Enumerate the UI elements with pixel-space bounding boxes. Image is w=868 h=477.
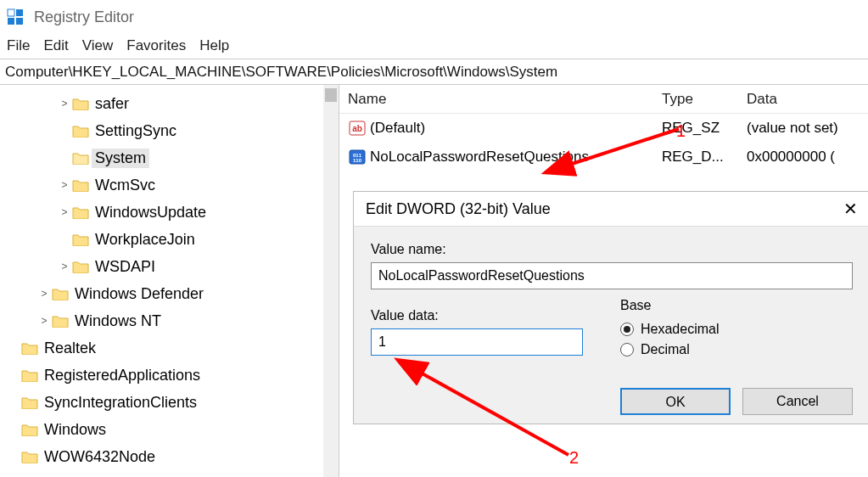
tree-label: Realtek — [44, 340, 96, 357]
tree-caret-icon[interactable]: > — [58, 179, 71, 191]
radio-dec[interactable]: Decimal — [620, 342, 841, 357]
col-type[interactable]: Type — [653, 85, 738, 113]
radio-hex-label: Hexadecimal — [641, 322, 719, 337]
tree-label: SettingSync — [95, 122, 176, 140]
tree-label: WSDAPI — [95, 258, 155, 276]
radio-hex-circle — [620, 323, 634, 336]
value-data-label: Value data: — [371, 308, 583, 323]
ok-button[interactable]: OK — [620, 388, 731, 415]
tree-label: RegisteredApplications — [44, 367, 200, 384]
tree-label: System — [92, 149, 149, 168]
value-name-field[interactable] — [371, 262, 853, 289]
svg-rect-1 — [16, 9, 23, 16]
tree-row[interactable]: SettingSync — [0, 117, 339, 144]
tree-panel[interactable]: > safer SettingSync System> WcmSvc> Wind… — [0, 85, 339, 477]
tree-caret-icon[interactable]: > — [37, 288, 51, 300]
menu-bar: File Edit View Favorites Help — [0, 34, 868, 59]
tree-label: SyncIntegrationClients — [44, 394, 197, 412]
folder-icon — [71, 259, 90, 274]
svg-rect-3 — [16, 18, 23, 25]
tree-label: Windows NT — [75, 312, 161, 330]
col-data[interactable]: Data — [738, 85, 868, 113]
folder-icon — [71, 96, 90, 111]
list-header: Name Type Data — [339, 85, 868, 114]
tree-row[interactable]: WorkplaceJoin — [0, 226, 339, 253]
list-row[interactable]: 011 110 NoLocalPasswordResetQuestionsREG… — [339, 143, 868, 171]
svg-text:110: 110 — [353, 158, 362, 163]
tree-label: Windows Defender — [75, 285, 204, 303]
tree-row[interactable]: Windows — [0, 416, 339, 443]
tree-row[interactable]: System — [0, 144, 339, 171]
folder-icon — [71, 232, 90, 247]
folder-icon — [71, 123, 90, 138]
value-type: REG_SZ — [653, 120, 738, 137]
title-bar: Registry Editor — [0, 0, 868, 34]
tree-row[interactable]: > Windows Defender — [0, 280, 339, 307]
folder-icon — [71, 177, 90, 193]
list-row[interactable]: ab (Default)REG_SZ(value not set) — [339, 114, 868, 143]
value-name: NoLocalPasswordResetQuestions — [370, 149, 589, 166]
dialog-title: Edit DWORD (32-bit) Value — [366, 200, 551, 218]
svg-rect-0 — [8, 9, 14, 16]
menu-favorites[interactable]: Favorites — [126, 37, 186, 53]
folder-icon — [20, 340, 39, 356]
tree-row[interactable]: > safer — [0, 90, 339, 117]
svg-text:ab: ab — [352, 124, 362, 133]
tree-label: WcmSvc — [95, 177, 155, 194]
folder-icon — [20, 368, 39, 383]
value-name: (Default) — [370, 120, 425, 137]
svg-rect-2 — [8, 18, 14, 25]
tree-caret-icon[interactable]: > — [58, 206, 71, 218]
tree-caret-icon[interactable]: > — [58, 98, 71, 109]
tree-row[interactable]: WOW6432Node — [0, 443, 339, 470]
tree-label: WindowsUpdate — [95, 204, 206, 222]
menu-edit[interactable]: Edit — [43, 37, 68, 53]
scroll-thumb[interactable] — [325, 88, 337, 102]
binary-value-icon: 011 110 — [348, 149, 367, 166]
tree-row[interactable]: > WcmSvc — [0, 171, 339, 199]
app-icon — [7, 8, 24, 25]
base-legend: Base — [617, 298, 654, 313]
close-icon[interactable]: ✕ — [843, 199, 858, 219]
tree-row[interactable]: > Windows NT — [0, 307, 339, 334]
folder-icon — [20, 395, 39, 410]
tree-scrollbar[interactable] — [323, 85, 339, 477]
dialog-body: Value name: Value data: Base Hexadecimal… — [354, 226, 868, 424]
tree-row[interactable]: SyncIntegrationClients — [0, 389, 339, 416]
dialog-titlebar: Edit DWORD (32-bit) Value ✕ — [354, 192, 868, 226]
folder-icon — [71, 150, 90, 166]
tree-label: Windows — [44, 421, 106, 439]
edit-dword-dialog: Edit DWORD (32-bit) Value ✕ Value name: … — [353, 191, 868, 424]
value-data: (value not set) — [738, 120, 868, 137]
folder-icon — [51, 286, 70, 301]
tree-row[interactable]: RegisteredApplications — [0, 362, 339, 389]
folder-icon — [71, 205, 90, 220]
cancel-button[interactable]: Cancel — [742, 388, 853, 415]
tree-row[interactable]: > WindowsUpdate — [0, 199, 339, 226]
radio-hex[interactable]: Hexadecimal — [620, 322, 841, 337]
value-name-label: Value name: — [371, 242, 853, 257]
app-title: Registry Editor — [34, 8, 134, 26]
value-data-field[interactable] — [371, 328, 583, 356]
address-bar[interactable]: Computer\HKEY_LOCAL_MACHINE\SOFTWARE\Pol… — [0, 59, 868, 85]
tree-label: WOW6432Node — [44, 448, 155, 466]
value-type: REG_D... — [653, 149, 738, 166]
folder-icon — [20, 422, 39, 437]
string-value-icon: ab — [348, 120, 367, 137]
menu-help[interactable]: Help — [199, 37, 229, 53]
menu-file[interactable]: File — [7, 37, 30, 53]
col-name[interactable]: Name — [339, 85, 653, 113]
tree-label: safer — [95, 95, 129, 113]
tree-row[interactable]: Realtek — [0, 334, 339, 362]
value-data: 0x00000000 ( — [738, 149, 868, 166]
tree-caret-icon[interactable]: > — [58, 261, 71, 272]
radio-dec-circle — [620, 343, 634, 356]
folder-icon — [20, 449, 39, 464]
tree-label: WorkplaceJoin — [95, 231, 195, 249]
radio-dec-label: Decimal — [641, 342, 690, 357]
tree-caret-icon[interactable]: > — [37, 315, 51, 327]
menu-view[interactable]: View — [82, 37, 114, 53]
base-group: Base Hexadecimal Decimal — [608, 308, 853, 371]
tree-row[interactable]: > WSDAPI — [0, 253, 339, 280]
folder-icon — [51, 313, 70, 328]
